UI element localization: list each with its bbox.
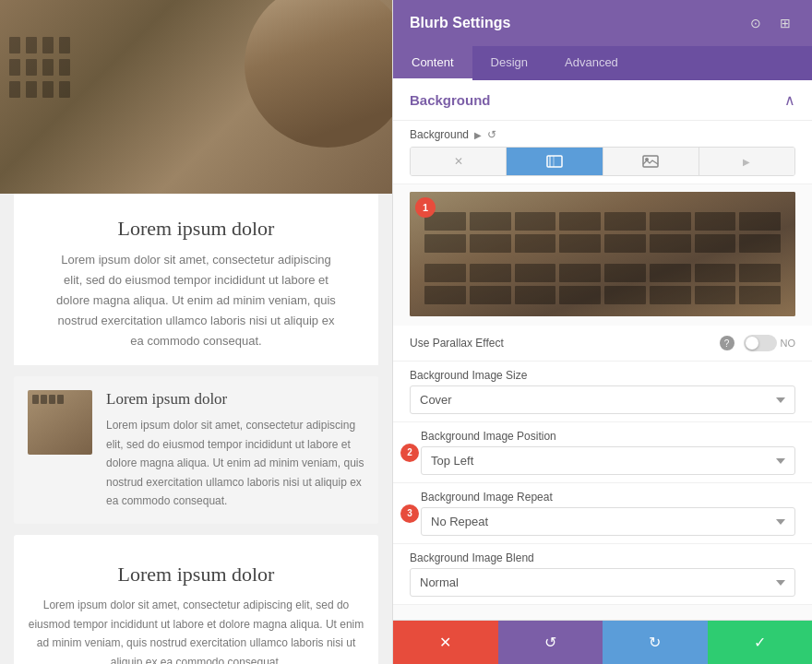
image-repeat-label: Background Image Repeat: [421, 491, 795, 504]
step-badge-2: 2: [400, 444, 419, 462]
panel-header-icons: ⊙ ⊞: [746, 13, 795, 33]
blurb-title-3: Lorem ipsum dolor: [28, 563, 364, 587]
columns-icon[interactable]: ⊞: [775, 13, 795, 33]
bg-type-image[interactable]: [603, 148, 699, 175]
toggle-knob: [746, 337, 758, 350]
svg-rect-0: [547, 156, 562, 167]
image-repeat-select[interactable]: No Repeat Repeat Repeat X Repeat Y Space…: [421, 507, 795, 536]
image-size-select[interactable]: Cover Contain Auto Custom: [410, 385, 795, 414]
reset-icon[interactable]: ↺: [487, 128, 496, 141]
tabs-bar: Content Design Advanced: [393, 46, 812, 80]
redo-button[interactable]: ↻: [603, 621, 708, 664]
image-position-select[interactable]: Top Left Top Center Top Right Center Lef…: [421, 446, 795, 475]
image-blend-label-text: Background Image Blend: [410, 551, 534, 564]
blurb-item-3: Lorem ipsum dolor Lorem ipsum dolor sit …: [14, 535, 378, 664]
tab-design[interactable]: Design: [472, 46, 546, 80]
save-button[interactable]: ✓: [708, 621, 813, 664]
preview-panel: Lorem ipsum dolor Lorem ipsum dolor sit …: [0, 0, 392, 664]
bg-type-gradient[interactable]: [507, 148, 603, 175]
section-title: Background: [410, 92, 491, 108]
parallax-label: Use Parallax Effect: [410, 337, 710, 350]
background-label: Background ▶ ↺: [410, 128, 795, 141]
image-position-row: 2 Background Image Position Top Left Top…: [393, 422, 812, 483]
image-position-label: Background Image Position: [421, 430, 795, 443]
background-type-row: Background ▶ ↺ ✕: [393, 121, 812, 184]
panel-title: Blurb Settings: [410, 15, 510, 31]
bg-type-tabs: ✕ ▶: [410, 147, 795, 176]
image-size-label-text: Background Image Size: [410, 369, 527, 382]
parallax-toggle[interactable]: NO: [744, 335, 796, 351]
section-header: Background ∧: [393, 80, 812, 121]
tab-advanced[interactable]: Advanced: [546, 46, 637, 80]
image-size-row: Background Image Size Cover Contain Auto…: [393, 362, 812, 422]
image-size-label: Background Image Size: [410, 369, 795, 382]
panel-footer: ✕ ↺ ↻ ✓: [393, 620, 812, 664]
gradient-icon: [546, 155, 563, 168]
image-repeat-row: 3 Background Image Repeat No Repeat Repe…: [393, 483, 812, 544]
cancel-button[interactable]: ✕: [393, 621, 498, 664]
settings-icon[interactable]: ⊙: [746, 13, 766, 33]
bg-type-none[interactable]: ✕: [411, 148, 507, 175]
parallax-help-icon[interactable]: ?: [720, 336, 734, 350]
blurb-title-2: Lorem ipsum dolor: [106, 390, 364, 409]
blurb-text-1: Lorem ipsum dolor sit amet, consectetur …: [51, 250, 341, 351]
bg-preview[interactable]: 1: [410, 192, 795, 316]
blurb-item-1: Lorem ipsum dolor Lorem ipsum dolor sit …: [0, 0, 392, 365]
background-label-text: Background: [410, 128, 469, 141]
image-blend-label: Background Image Blend: [410, 551, 795, 564]
blurb-title-1: Lorem ipsum dolor: [51, 217, 341, 241]
image-icon: [642, 155, 659, 168]
image-position-label-text: Background Image Position: [421, 430, 556, 443]
blurb-item-2: Lorem ipsum dolor Lorem ipsum dolor sit …: [14, 376, 378, 524]
panel-header: Blurb Settings ⊙ ⊞: [393, 0, 812, 46]
blurb-text-3: Lorem ipsum dolor sit amet, consectetur …: [28, 596, 364, 664]
blurb-text-2: Lorem ipsum dolor sit amet, consectetur …: [106, 416, 364, 510]
bg-preview-image[interactable]: [410, 192, 795, 316]
settings-panel: Blurb Settings ⊙ ⊞ Content Design Advanc…: [392, 0, 812, 664]
bg-type-video[interactable]: ▶: [699, 148, 794, 175]
undo-button[interactable]: ↺: [498, 621, 603, 664]
blurb-image-1: [0, 0, 392, 194]
image-blend-select[interactable]: Normal Multiply Screen Overlay Darken Li…: [410, 568, 795, 597]
tab-content[interactable]: Content: [393, 46, 472, 80]
arrow-icon: ▶: [474, 130, 482, 140]
building-bg: [0, 0, 392, 194]
toggle-no-label: NO: [781, 338, 796, 349]
parallax-row: Use Parallax Effect ? NO: [393, 326, 812, 362]
image-blend-row: Background Image Blend Normal Multiply S…: [393, 544, 812, 605]
section-collapse-icon[interactable]: ∧: [784, 91, 795, 109]
panel-body: Background ∧ Background ▶ ↺ ✕: [393, 80, 812, 620]
image-repeat-label-text: Background Image Repeat: [421, 491, 553, 504]
step-badge-3: 3: [400, 504, 419, 523]
blurb-content-2: Lorem ipsum dolor Lorem ipsum dolor sit …: [106, 390, 364, 510]
toggle-track[interactable]: [744, 335, 777, 351]
blurb-image-2: [28, 390, 92, 455]
step-badge-1: 1: [415, 197, 436, 218]
